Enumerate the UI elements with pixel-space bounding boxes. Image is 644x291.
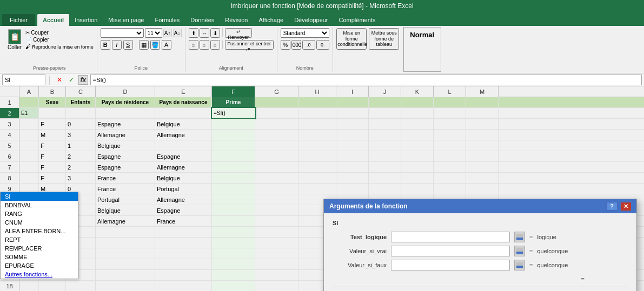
function-dropdown[interactable]: SI BDNBVAL RANG CNUM ALEA.ENTRE.BORN... … xyxy=(0,192,78,279)
cell-7-D[interactable]: Espagne xyxy=(96,162,155,172)
cell-15-d[interactable] xyxy=(96,248,155,259)
cell-8-J[interactable] xyxy=(369,173,401,183)
cell-5-H[interactable] xyxy=(298,140,336,151)
cell-3-D[interactable]: Espagne xyxy=(96,119,155,129)
cell-5-J[interactable] xyxy=(369,140,401,151)
cell-3-M[interactable] xyxy=(466,119,499,129)
font-size-select[interactable]: 11 xyxy=(145,28,162,38)
cell-4-I[interactable] xyxy=(336,130,369,140)
cell-18-d[interactable] xyxy=(96,281,155,291)
cell-7-C[interactable]: 2 xyxy=(66,162,96,172)
cell-2-D[interactable] xyxy=(96,108,155,118)
cell-3-J[interactable] xyxy=(369,119,401,129)
cell-1-C[interactable]: Enfants xyxy=(66,97,96,107)
cell-8-D[interactable]: France xyxy=(96,173,155,183)
arg1-collapse-btn[interactable] xyxy=(514,232,525,242)
col-header-D[interactable]: D xyxy=(96,86,155,97)
cell-10-F[interactable] xyxy=(212,194,255,205)
cell-17-d[interactable] xyxy=(96,270,155,280)
cell-5-D[interactable]: Belgique xyxy=(96,140,155,151)
col-header-K[interactable]: K xyxy=(401,86,434,97)
cell-18-b[interactable] xyxy=(39,281,66,291)
arg2-collapse-btn[interactable] xyxy=(514,246,525,256)
cell-12-F[interactable] xyxy=(212,216,255,226)
cell-13-e[interactable] xyxy=(155,227,212,237)
thousands-button[interactable]: 000 xyxy=(291,40,301,50)
cancel-button[interactable]: ✕ xyxy=(55,75,64,85)
cell-4-J[interactable] xyxy=(369,130,401,140)
cell-2-C[interactable] xyxy=(66,108,96,118)
cell-7-L[interactable] xyxy=(434,162,466,172)
cell-2-B[interactable] xyxy=(39,108,66,118)
col-header-I[interactable]: I xyxy=(336,86,369,97)
cell-3-B[interactable]: F xyxy=(39,119,66,129)
cell-16-f[interactable] xyxy=(212,259,255,269)
cell-4-G[interactable] xyxy=(255,130,298,140)
ribbon-tab-revision[interactable]: Révision xyxy=(220,14,253,26)
cell-5-B[interactable]: F xyxy=(39,140,66,151)
cell-16-d[interactable] xyxy=(96,259,155,269)
col-header-M[interactable]: M xyxy=(466,86,499,97)
dropdown-item-RANG[interactable]: RANG xyxy=(1,209,78,218)
cell-5-K[interactable] xyxy=(401,140,434,151)
cell-13-d[interactable] xyxy=(96,227,155,237)
dropdown-item-EPURAGE[interactable]: EPURAGE xyxy=(1,261,78,270)
increase-decimal-button[interactable]: .0 xyxy=(302,40,315,50)
cell-18-g[interactable] xyxy=(255,281,298,291)
arg2-input[interactable] xyxy=(391,246,510,256)
dialog-help-button[interactable]: ? xyxy=(606,202,618,211)
cell-13-f[interactable] xyxy=(212,227,255,237)
cell-8-I[interactable] xyxy=(336,173,369,183)
cell-2-G[interactable] xyxy=(255,108,298,118)
cell-1-F[interactable]: Prime xyxy=(212,97,255,107)
cell-18-f[interactable] xyxy=(212,281,255,291)
cell-4-A[interactable] xyxy=(19,130,39,140)
align-left-button[interactable]: ≡ xyxy=(189,40,198,50)
dialog-close-button[interactable]: ✕ xyxy=(621,202,631,211)
cell-8-A[interactable] xyxy=(19,173,39,183)
conditional-format-button[interactable]: Mise en forme conditionnelle xyxy=(336,28,367,50)
col-header-F[interactable]: F xyxy=(212,86,255,97)
col-header-G[interactable]: G xyxy=(255,86,298,97)
col-header-H[interactable]: H xyxy=(298,86,336,97)
cell-1-B[interactable]: Sexe xyxy=(39,97,66,107)
increase-font-button[interactable]: A↑ xyxy=(163,29,172,37)
cell-9-J[interactable] xyxy=(369,184,401,194)
percent-button[interactable]: % xyxy=(281,40,290,50)
underline-button[interactable]: S xyxy=(123,40,133,50)
cell-8-M[interactable] xyxy=(466,173,499,183)
cell-2-L[interactable] xyxy=(434,108,466,118)
couper-button[interactable]: ✂ Couper xyxy=(25,30,94,36)
cell-5-F[interactable] xyxy=(212,140,255,151)
copier-button[interactable]: 📄 Copier xyxy=(25,37,94,43)
cell-14-d[interactable] xyxy=(96,238,155,248)
cell-1-A[interactable] xyxy=(19,97,39,107)
cell-9-F[interactable] xyxy=(212,184,255,194)
cell-1-H[interactable] xyxy=(298,97,336,107)
cell-7-F[interactable] xyxy=(212,162,255,172)
cell-8-C[interactable]: 3 xyxy=(66,173,96,183)
cell-3-E[interactable]: Belgique xyxy=(155,119,212,129)
cell-3-A[interactable] xyxy=(19,119,39,129)
cell-14-f[interactable] xyxy=(212,238,255,248)
ribbon-tab-mise-en-page[interactable]: Mise en page xyxy=(103,14,149,26)
italic-button[interactable]: I xyxy=(112,40,122,50)
bold-button[interactable]: B xyxy=(101,40,110,50)
col-header-A[interactable]: A xyxy=(19,86,39,97)
cell-4-D[interactable]: Allemagne xyxy=(96,130,155,140)
dropdown-item-REMPLACER[interactable]: REMPLACER xyxy=(1,244,78,253)
cell-5-C[interactable]: 1 xyxy=(66,140,96,151)
cell-3-G[interactable] xyxy=(255,119,298,129)
cell-5-L[interactable] xyxy=(434,140,466,151)
cell-3-L[interactable] xyxy=(434,119,466,129)
cell-4-K[interactable] xyxy=(401,130,434,140)
table-format-button[interactable]: Mettre sous forme de tableau xyxy=(369,28,399,50)
cell-15-e[interactable] xyxy=(155,248,212,259)
cell-17-g[interactable] xyxy=(255,270,298,280)
cell-8-F[interactable] xyxy=(212,173,255,183)
cell-8-G[interactable] xyxy=(255,173,298,183)
cell-1-J[interactable] xyxy=(369,97,401,107)
cell-6-J[interactable] xyxy=(369,151,401,161)
col-header-E[interactable]: E xyxy=(155,86,212,97)
cell-13-g[interactable] xyxy=(255,227,298,237)
